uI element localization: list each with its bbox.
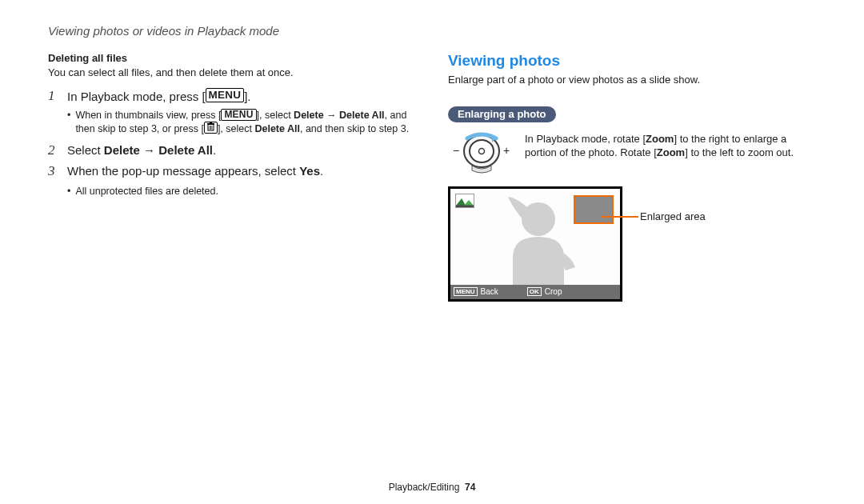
section-title: Viewing photos [448, 52, 816, 70]
svg-text:−: − [453, 144, 459, 157]
ok-icon: OK [527, 287, 542, 297]
deleting-subhead: Deleting all files [48, 52, 416, 64]
chapter-title: Viewing photos or videos in Playback mod… [48, 24, 816, 38]
page-footer: Playback/Editing 74 [0, 482, 864, 493]
zoom-text: In Playback mode, rotate [Zoom] to the r… [525, 132, 816, 160]
menu-icon: MENU [221, 109, 256, 121]
trash-icon [204, 122, 218, 134]
bullet-dot: • [67, 185, 70, 198]
document-page: Viewing photos or videos in Playback mod… [0, 0, 864, 504]
step-num: 3 [48, 163, 59, 179]
step-num: 2 [48, 142, 59, 158]
enlarged-photo-figure: MENU Back OK Crop Enlarged area [448, 186, 816, 302]
section-intro: Enlarge part of a photo or view photos a… [448, 73, 816, 87]
svg-rect-1 [207, 123, 214, 125]
photo-status-bar: MENU Back OK Crop [450, 285, 620, 299]
menu-icon: MENU [454, 287, 478, 297]
deleting-intro: You can select all files, and then delet… [48, 66, 416, 80]
enlarging-pill: Enlarging a photo [448, 106, 556, 122]
step-text: In Playback mode, press [MENU]. [67, 88, 251, 105]
footer-section: Playback/Editing [389, 482, 460, 493]
step-text: Select Delete → Delete All. [67, 142, 216, 158]
zoom-dial-icon: − + [448, 132, 515, 177]
status-back-label: Back [481, 287, 498, 296]
bullet-dot: • [67, 109, 70, 136]
step-3-note: • All unprotected files are deleted. [67, 185, 416, 198]
photo-frame: MENU Back OK Crop [448, 186, 622, 302]
enlarged-area-indicator [574, 195, 614, 224]
step-3: 3 When the pop-up message appears, selec… [48, 163, 416, 179]
status-crop-label: Crop [545, 287, 562, 296]
left-column: Deleting all files You can select all fi… [48, 52, 416, 302]
svg-text:+: + [503, 144, 510, 157]
right-column: Viewing photos Enlarge part of a photo o… [448, 52, 816, 302]
step-1-note: • When in thumbnails view, press [MENU],… [67, 109, 416, 136]
step-2: 2 Select Delete → Delete All. [48, 142, 416, 158]
svg-rect-2 [210, 122, 212, 123]
step-text: When the pop-up message appears, select … [67, 163, 323, 179]
callout-line [602, 216, 638, 218]
footer-page: 74 [465, 482, 475, 493]
photo-content [450, 189, 620, 285]
two-column-layout: Deleting all files You can select all fi… [48, 52, 816, 302]
enlarged-area-label: Enlarged area [640, 210, 706, 222]
steps-list: 1 In Playback mode, press [MENU]. • When… [48, 88, 416, 198]
step-num: 1 [48, 88, 59, 105]
step-1: 1 In Playback mode, press [MENU]. [48, 88, 416, 105]
menu-icon: MENU [206, 88, 245, 103]
svg-rect-15 [456, 205, 474, 207]
thumbnail-icon [455, 194, 474, 208]
svg-point-7 [470, 140, 494, 162]
zoom-instructions: − + In Playback mode, rotate [Zoom] to t… [448, 132, 816, 177]
